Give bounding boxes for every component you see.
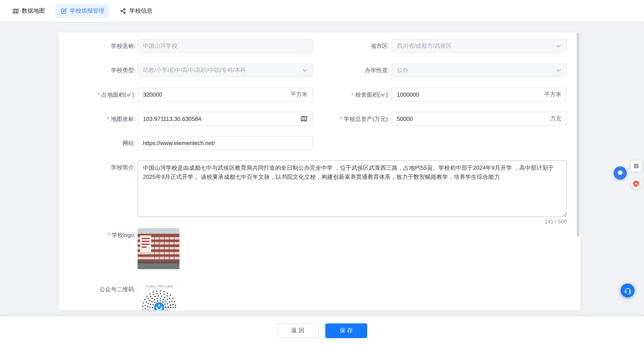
school-type-select[interactable]: 幼教/小学/初中/高中/高职/中职/专科/本科 <box>138 63 313 77</box>
website-input[interactable] <box>143 140 308 146</box>
website-input-wrap <box>138 136 313 150</box>
field-building-area: *校舍面积(㎡): 平方米 <box>313 88 567 102</box>
intro-textarea[interactable]: 中国山河学校是由成都七中与武侯区教育局共同打造的全日制公办完全中学 ，位于武侯区… <box>138 160 567 217</box>
nav-label: 数据地图 <box>22 7 45 15</box>
nature-select[interactable]: 公办 <box>392 63 567 77</box>
nav-label: 学校填报管理 <box>70 7 104 15</box>
school-name-input[interactable]: 中国山河学校 <box>138 39 313 53</box>
school-name-label: 学校名称: <box>59 39 136 53</box>
share-icon <box>120 8 126 14</box>
nav-item-data-map[interactable]: 数据地图 <box>8 4 50 18</box>
field-logo: *学校logo: <box>59 228 180 269</box>
region-select[interactable]: 四川省/成都市/武侯区 <box>392 39 567 53</box>
school-type-label: 学校类型: <box>59 63 136 77</box>
official-account-qrcode-image[interactable]: 关注微信, 尊享专业服务 <box>138 282 180 310</box>
school-form-card: 学校名称: 中国山河学校 省市区: 四川省/成都市/武侯区 <box>59 32 580 310</box>
app-viewport: 数据地图 学校填报管理 学校信息 学校名称: 中国山河学校 <box>0 0 644 345</box>
field-region: 省市区: 四川省/成都市/武侯区 <box>313 39 567 53</box>
land-area-input-wrap: 平方米 <box>138 88 313 102</box>
land-area-label: *占地面积(㎡): <box>59 88 136 102</box>
coords-label: *地图坐标: <box>59 112 136 126</box>
plugin-widget[interactable] <box>631 178 642 189</box>
assets-label: *学校总资产(万元): <box>313 112 390 126</box>
building-area-label: *校舍面积(㎡): <box>313 88 390 102</box>
nav-item-school-form-management[interactable]: 学校填报管理 <box>56 4 109 18</box>
field-nature: 办学性质: 公办 <box>313 63 567 77</box>
grid-icon <box>633 163 639 169</box>
assets-input[interactable] <box>397 115 547 122</box>
required-asterisk: * <box>340 112 342 126</box>
chevron-down-icon <box>556 68 562 73</box>
map-picker-icon[interactable] <box>300 115 308 123</box>
main-area: 学校名称: 中国山河学校 省市区: 四川省/成都市/武侯区 <box>0 22 644 345</box>
chat-bubble-icon <box>616 169 624 177</box>
field-school-type: 学校类型: 幼教/小学/初中/高中/高职/中职/专科/本科 <box>59 63 313 77</box>
logo-label: *学校logo: <box>59 228 136 242</box>
save-button[interactable]: 保 存 <box>326 323 367 338</box>
nav-item-school-info[interactable]: 学校信息 <box>115 4 157 18</box>
field-intro: 学校简介: 中国山河学校是由成都七中与武侯区教育局共同打造的全日制公办完全中学 … <box>59 160 567 217</box>
field-land-area: *占地面积(㎡): 平方米 <box>59 88 313 102</box>
field-coords: *地图坐标: <box>59 112 313 126</box>
assets-input-wrap: 万元 <box>392 112 567 126</box>
plugin-icon <box>633 180 640 187</box>
qrcode-label: 公众号二维码: <box>59 282 136 296</box>
nav-label: 学校信息 <box>130 7 152 15</box>
qrcode-graphic: 关注微信, 尊享专业服务 <box>138 283 180 310</box>
top-navbar: 数据地图 学校填报管理 学校信息 <box>0 0 644 22</box>
school-logo-image[interactable] <box>138 228 180 269</box>
map-icon <box>12 8 19 14</box>
field-school-name: 学校名称: 中国山河学校 <box>59 39 313 53</box>
form-edit-icon <box>60 8 67 14</box>
school-building-photo <box>138 228 180 269</box>
building-area-input-wrap: 平方米 <box>392 88 567 102</box>
back-button[interactable]: 返 回 <box>277 323 318 338</box>
chat-widget[interactable] <box>614 166 627 180</box>
field-assets: *学校总资产(万元): 万元 <box>313 112 567 126</box>
field-qrcode: 公众号二维码: 关注微信, 尊享专业服务 <box>59 282 180 310</box>
coords-input[interactable] <box>143 115 300 122</box>
chevron-down-icon <box>556 43 562 49</box>
intro-label: 学校简介: <box>59 160 136 174</box>
chevron-down-icon <box>302 68 308 73</box>
region-label: 省市区: <box>313 39 390 53</box>
required-asterisk: * <box>107 112 109 126</box>
customer-service-widget[interactable] <box>621 283 635 297</box>
land-area-input[interactable] <box>143 91 287 98</box>
headset-icon <box>624 287 631 294</box>
footer-action-bar: 返 回 保 存 <box>0 316 644 345</box>
intro-char-counter: 141 / 500 <box>59 219 567 225</box>
coords-input-wrap <box>138 112 313 126</box>
required-asterisk: * <box>108 228 110 242</box>
card-scrollbar-thumb[interactable] <box>576 32 580 237</box>
land-area-unit: 平方米 <box>290 91 308 98</box>
building-area-unit: 平方米 <box>544 91 562 98</box>
building-area-input[interactable] <box>397 91 541 98</box>
field-website: 网站: <box>59 136 313 150</box>
assets-unit: 万元 <box>550 115 562 123</box>
website-label: 网站: <box>59 136 136 150</box>
apps-grid-widget[interactable] <box>631 161 642 171</box>
required-asterisk: * <box>352 88 354 102</box>
nature-label: 办学性质: <box>313 63 390 77</box>
required-asterisk: * <box>98 88 100 102</box>
qrcode-caption: 关注微信, 尊享专业服务 <box>145 285 173 288</box>
